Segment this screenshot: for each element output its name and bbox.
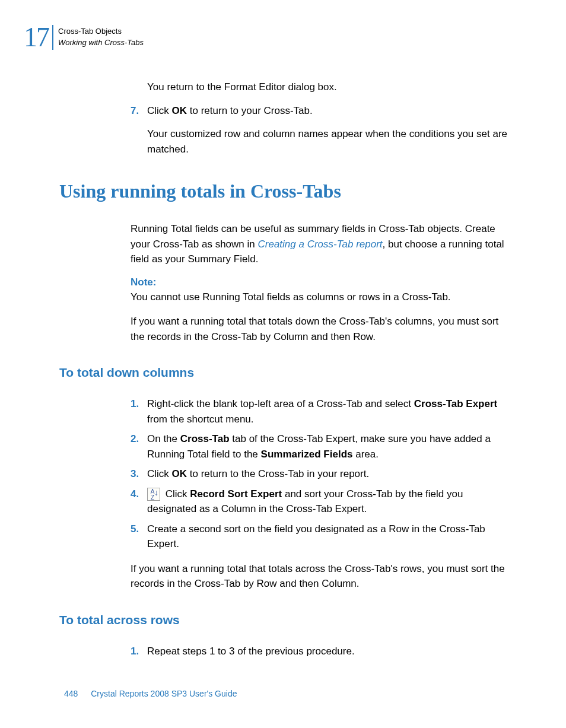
header-chapter-title: Cross-Tab Objects (58, 26, 144, 37)
header-text-block: Cross-Tab Objects Working with Cross-Tab… (58, 26, 144, 47)
step-number: 3. (131, 466, 147, 482)
step-number: 7. (131, 103, 147, 119)
page-header: 17 Cross-Tab Objects Working with Cross-… (24, 21, 144, 53)
step-text-pre: Click (147, 105, 172, 116)
header-divider (52, 25, 53, 50)
cols-step-2: 2. On the Cross-Tab tab of the Cross-Tab… (131, 431, 510, 462)
cols-step-5: 5. Create a second sort on the field you… (131, 522, 510, 552)
note-text: You cannot use Running Total fields as c… (131, 290, 510, 305)
heading-running-totals: Using running totals in Cross-Tabs (59, 180, 510, 202)
header-section-title: Working with Cross-Tabs (58, 37, 144, 48)
step-body: AZ↓ Click Record Sort Expert and sort yo… (147, 487, 510, 517)
sort-az-icon: AZ↓ (147, 488, 160, 501)
cols-after-para: If you want a running total that totals … (131, 561, 510, 592)
step-number: 5. (131, 522, 147, 552)
step-body: Create a second sort on the field you de… (147, 522, 510, 552)
step-body: Repeat steps 1 to 3 of the previous proc… (147, 644, 510, 659)
step-body: Click OK to return to the Cross-Tab in y… (147, 466, 510, 482)
heading-total-down-columns: To total down columns (59, 365, 510, 380)
text-pre: Click (163, 488, 190, 500)
step-body: On the Cross-Tab tab of the Cross-Tab Ex… (147, 431, 510, 462)
page-content: You return to the Format Editor dialog b… (131, 71, 510, 663)
link-creating-crosstab[interactable]: Creating a Cross-Tab report (257, 239, 382, 250)
intro-return-line: You return to the Format Editor dialog b… (147, 80, 510, 95)
cols-step-4: 4. AZ↓ Click Record Sort Expert and sort… (131, 487, 510, 517)
step-number: 2. (131, 431, 147, 462)
step-body: Right-click the blank top-left area of a… (147, 396, 510, 427)
text-pre: On the (147, 433, 180, 444)
rows-step-1: 1. Repeat steps 1 to 3 of the previous p… (131, 644, 510, 659)
doc-title: Crystal Reports 2008 SP3 User's Guide (91, 689, 237, 698)
text-pre: Click (147, 468, 172, 479)
text-bold: OK (172, 468, 187, 479)
text-post: area. (352, 449, 378, 460)
note-label: Note: (131, 276, 510, 288)
page-number: 448 (64, 689, 78, 698)
text-bold: Cross-Tab (180, 433, 230, 444)
section-para-2: If you want a running total that totals … (131, 314, 510, 344)
step-7: 7. Click OK to return to your Cross-Tab. (131, 103, 510, 119)
step-number: 1. (131, 396, 147, 427)
step-number: 1. (131, 644, 147, 659)
text-bold: Record Sort Expert (190, 488, 282, 500)
text-post: from the shortcut menu. (147, 414, 254, 425)
text-pre: Right-click the blank top-left area of a… (147, 398, 414, 409)
page-footer: 448 Crystal Reports 2008 SP3 User's Guid… (64, 689, 237, 698)
cols-step-3: 3. Click OK to return to the Cross-Tab i… (131, 466, 510, 482)
step-text-post: to return to your Cross-Tab. (187, 105, 313, 116)
step-number: 4. (131, 487, 147, 517)
text-post: to return to the Cross-Tab in your repor… (187, 468, 369, 479)
step-body: Click OK to return to your Cross-Tab. (147, 103, 510, 119)
cols-step-1: 1. Right-click the blank top-left area o… (131, 396, 510, 427)
heading-total-across-rows: To total across rows (59, 613, 510, 627)
text-bold: Cross-Tab Expert (414, 398, 497, 409)
step-text-bold: OK (172, 105, 187, 116)
chapter-number: 17 (24, 21, 49, 53)
text-bold-2: Summarized Fields (261, 449, 353, 460)
section-intro-para: Running Total fields can be useful as su… (131, 221, 510, 267)
intro-result: Your customized row and column names app… (147, 126, 510, 157)
